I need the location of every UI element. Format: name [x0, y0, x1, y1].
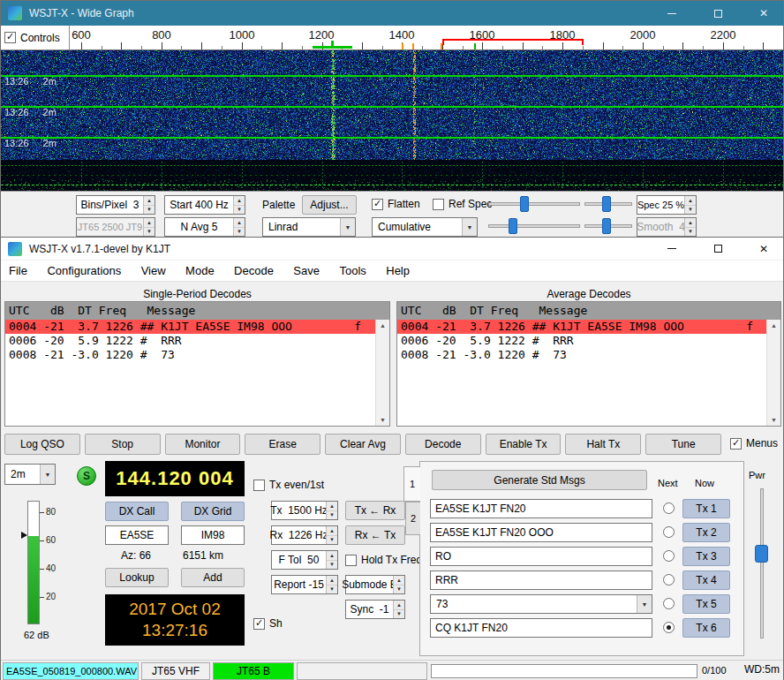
menu-help[interactable]: Help [378, 261, 418, 282]
wide-graph-titlebar[interactable]: WSJT-X - Wide Graph [1, 1, 783, 26]
rx-freq-spinner[interactable]: Rx 1226 Hz [271, 525, 338, 545]
tx-freq-spinner[interactable]: Tx 1500 Hz [271, 501, 338, 520]
spin-down-icon[interactable] [234, 206, 245, 215]
close-icon[interactable] [744, 1, 783, 26]
decode-button[interactable]: Decode [405, 434, 481, 455]
spin-down-icon[interactable] [144, 206, 155, 215]
spin-down-icon[interactable] [327, 536, 337, 545]
slider-handle[interactable] [509, 218, 517, 234]
waterfall-gain-slider[interactable] [488, 196, 580, 212]
decode-row[interactable]: 0008 -21 -3.0 1220 # 73 [5, 348, 375, 362]
tx-4-button[interactable]: Tx 4 [682, 570, 730, 590]
maximize-icon[interactable] [698, 1, 737, 26]
tx-message-1-field[interactable]: EA5SE K1JT FN20 [430, 499, 652, 518]
scroll-up-icon[interactable] [767, 320, 780, 331]
dx-grid-button[interactable]: DX Grid [181, 502, 245, 521]
spin-down-icon[interactable] [394, 610, 404, 619]
log-qso-button[interactable]: Log QSO [4, 434, 80, 455]
tab-2[interactable]: 2 [405, 502, 420, 535]
ref-spec-checkbox[interactable]: Ref Spec [433, 198, 492, 210]
close-icon[interactable] [744, 238, 783, 260]
tx-message-3-field[interactable]: RO [430, 547, 652, 566]
adjust-button[interactable]: Adjust... [302, 195, 357, 215]
minimize-icon[interactable] [652, 1, 691, 26]
spectrum-gain-slider[interactable] [488, 218, 580, 234]
tab-1[interactable]: 1 [403, 466, 420, 502]
tx-1-button[interactable]: Tx 1 [682, 499, 730, 518]
spin-up-icon[interactable] [234, 196, 245, 206]
controls-toggle[interactable]: Controls [1, 26, 70, 50]
next-radio-1[interactable] [663, 502, 675, 514]
decode-row[interactable]: 0006 -20 5.9 1222 # RRR [5, 334, 375, 348]
spin-up-icon[interactable] [144, 196, 155, 206]
display-mode-combo[interactable]: Cumulative [372, 217, 478, 237]
maximize-icon[interactable] [698, 238, 737, 260]
pwr-slider-track[interactable] [760, 488, 764, 638]
sh-checkbox[interactable]: Sh [253, 617, 283, 630]
next-radio-4[interactable] [663, 574, 675, 586]
spin-up-icon[interactable] [685, 196, 696, 206]
tx-message-6-field[interactable]: CQ K1JT FN20 [430, 618, 652, 638]
tx-message-2-field[interactable]: EA5SE K1JT FN20 OOO [430, 523, 652, 542]
spectrum-zero-slider[interactable] [584, 218, 632, 234]
combo-arrow-icon[interactable] [40, 465, 55, 484]
tx-from-rx-button[interactable]: Tx ← Rx [345, 501, 405, 520]
scroll-down-icon[interactable] [767, 414, 780, 426]
tx-2-button[interactable]: Tx 2 [682, 523, 730, 542]
menu-save[interactable]: Save [285, 261, 328, 282]
spin-up-icon[interactable] [327, 551, 337, 561]
dx-call-field[interactable]: EA5SE [105, 525, 169, 545]
tx-5-button[interactable]: Tx 5 [682, 594, 730, 614]
decode-body[interactable]: 0004 -21 3.7 1226 ## K1JT EA5SE IM98 OOO… [397, 320, 766, 426]
bins-pixel-spinner[interactable]: Bins/Pixel 3 [76, 195, 155, 215]
rx-from-tx-button[interactable]: Rx ← Tx [345, 525, 405, 545]
spin-down-icon[interactable] [327, 511, 337, 520]
spin-down-icon[interactable] [327, 561, 337, 570]
spin-up-icon[interactable] [394, 601, 404, 610]
submode-spinner[interactable]: Submode B [345, 575, 405, 594]
waterfall-zero-slider[interactable] [584, 196, 632, 212]
erase-button[interactable]: Erase [245, 434, 320, 455]
tx-message-4-field[interactable]: RRR [430, 570, 652, 590]
generate-std-msgs-button[interactable]: Generate Std Msgs [432, 470, 647, 490]
spin-down-icon[interactable] [394, 586, 404, 594]
clear-avg-button[interactable]: Clear Avg [325, 434, 401, 455]
main-titlebar[interactable]: WSJT-X v1.7.1-devel by K1JT [1, 238, 783, 261]
dx-call-button[interactable]: DX Call [105, 502, 169, 521]
minimize-icon[interactable] [652, 238, 691, 260]
pwr-slider-handle[interactable] [755, 545, 768, 563]
combo-arrow-icon[interactable] [462, 218, 477, 236]
tx-message-5-combo[interactable]: 73 [430, 594, 652, 614]
spin-up-icon[interactable] [327, 526, 337, 536]
decode-row[interactable]: 0004 -21 3.7 1226 ## K1JT EA5SE IM98 OOO… [5, 320, 375, 334]
slider-handle[interactable] [602, 218, 611, 234]
spin-up-icon[interactable] [327, 576, 337, 586]
menu-tools[interactable]: Tools [331, 261, 373, 282]
controls-checkbox[interactable]: Controls [4, 32, 60, 44]
lookup-button[interactable]: Lookup [105, 568, 169, 587]
palette-combo[interactable]: Linrad [262, 217, 356, 237]
band-combo[interactable]: 2m [4, 464, 56, 485]
decode-row[interactable]: 0006 -20 5.9 1222 # RRR [397, 334, 766, 348]
decode-row[interactable]: 0008 -21 -3.0 1220 # 73 [397, 348, 766, 362]
menu-file[interactable]: File [1, 261, 35, 282]
tx-even-checkbox[interactable]: Tx even/1st [253, 479, 324, 491]
dx-grid-field[interactable]: IM98 [181, 525, 245, 545]
enable-tx-button[interactable]: Enable Tx [486, 434, 562, 455]
spin-down-icon[interactable] [234, 228, 245, 237]
scrollbar[interactable] [375, 320, 389, 426]
menu-view[interactable]: View [133, 261, 174, 282]
halt-tx-button[interactable]: Halt Tx [565, 434, 641, 455]
frequency-scale[interactable]: 600 800 1000 1200 1400 1600 1800 2000 22… [1, 26, 783, 50]
menu-mode[interactable]: Mode [177, 261, 222, 282]
menu-configurations[interactable]: Configurations [39, 261, 129, 282]
spin-up-icon[interactable] [394, 576, 404, 586]
tx-6-button[interactable]: Tx 6 [682, 618, 730, 638]
spec-percent-spinner[interactable]: Spec 25 % [637, 195, 697, 215]
add-button[interactable]: Add [181, 568, 245, 587]
decode-body[interactable]: 0004 -21 3.7 1226 ## K1JT EA5SE IM98 OOO… [5, 320, 375, 426]
scroll-up-icon[interactable] [376, 320, 389, 331]
scrollbar[interactable] [766, 320, 780, 426]
spin-down-icon[interactable] [327, 586, 337, 594]
menus-checkbox[interactable]: Menus [730, 437, 778, 450]
